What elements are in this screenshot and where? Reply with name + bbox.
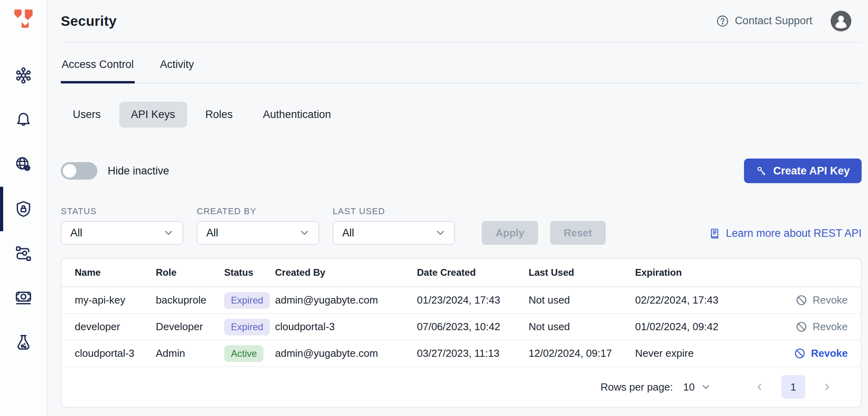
col-expiration: Expiration [635,267,763,278]
status-badge: Active [224,345,264,362]
topbar: Security Contact Support [61,0,862,43]
cell-last-used: 12/02/2024, 09:17 [529,347,635,360]
learn-more-link[interactable]: Learn more about REST API [709,227,862,245]
revoke-label: Revoke [813,294,848,306]
reset-button[interactable]: Reset [550,221,606,245]
globe-gear-icon [14,155,33,174]
cell-name: my-api-key [75,294,156,306]
create-api-key-label: Create API Key [773,165,850,177]
chevron-down-icon [298,227,310,239]
sidebar-item-network-settings[interactable] [0,142,47,187]
flask-icon [14,333,33,352]
contact-support-label: Contact Support [735,15,812,27]
sidebar-item-labs[interactable] [0,320,47,365]
chevron-right-icon [822,382,832,392]
subtab-roles[interactable]: Roles [194,102,245,128]
hide-inactive-toggle[interactable] [61,162,97,180]
cell-status: Expired [224,292,270,309]
user-avatar[interactable] [831,11,851,31]
sidebar-item-billing[interactable] [0,276,47,320]
cell-created-by: admin@yugabyte.com [275,294,417,306]
revoke-button[interactable]: Revoke [763,321,848,333]
clusters-icon [14,66,33,85]
cell-expiration: Never expire [635,347,763,360]
topbar-right: Contact Support [716,11,862,31]
cell-expiration: 02/22/2024, 17:43 [635,294,763,306]
col-last-used: Last Used [529,267,635,278]
status-filter-value: All [70,227,82,239]
col-status: Status [224,267,275,278]
help-circle-icon [716,14,729,28]
apply-button[interactable]: Apply [482,221,538,245]
rows-per-page-value: 10 [683,381,695,393]
cell-created-by: admin@yugabyte.com [275,347,417,360]
next-page-button[interactable] [822,382,832,392]
subtab-bar: Users API Keys Roles Authentication [61,102,862,128]
created-by-filter-value: All [206,227,218,239]
status-filter-label: STATUS [61,206,183,217]
chevron-down-icon [163,227,174,239]
contact-support-link[interactable]: Contact Support [716,14,812,28]
rows-per-page-label: Rows per page: [601,381,673,393]
revoke-label: Revoke [811,347,848,360]
main-content: Security Contact Support Acce [48,0,868,416]
col-name: Name [75,267,156,278]
pagination: Rows per page: 10 1 [62,367,861,407]
current-page-button[interactable]: 1 [781,375,805,399]
cell-status: Expired [224,319,270,335]
api-keys-table-card: Name Role Status Created By Date Created… [61,258,862,408]
filter-created-by: CREATED BY All [197,206,319,245]
sidebar-nav [0,53,47,365]
subtab-users[interactable]: Users [61,102,113,128]
filters-row: STATUS All CREATED BY All LAST USED All [61,206,862,245]
cell-last-used: Not used [529,294,635,306]
sidebar [0,0,48,416]
table-row: my-api-key backuprole Expired admin@yuga… [62,287,861,314]
tab-bar: Access Control Activity [61,58,862,83]
filter-last-used: LAST USED All [333,206,455,245]
yugabyte-logo-icon[interactable] [12,7,35,30]
col-created-by: Created By [275,267,417,278]
revoke-button[interactable]: Revoke [763,347,848,360]
sidebar-item-alerts[interactable] [0,98,47,142]
subtab-api-keys[interactable]: API Keys [119,102,187,128]
revoke-ban-icon [795,321,808,333]
last-used-filter-select[interactable]: All [333,221,455,245]
filter-status: STATUS All [61,206,183,245]
table-header-row: Name Role Status Created By Date Created… [62,259,861,287]
cell-date-created: 01/23/2024, 17:43 [417,294,529,306]
cell-created-by: cloudportal-3 [275,321,417,333]
tab-access-control[interactable]: Access Control [61,58,135,83]
chevron-down-icon [700,381,711,393]
rows-per-page-select[interactable]: 10 [683,381,711,393]
cell-role: Developer [156,321,224,333]
create-api-key-button[interactable]: Create API Key [744,159,862,183]
revoke-ban-icon [794,347,806,360]
table-row: cloudportal-3 Admin Active admin@yugabyt… [62,341,861,367]
tab-activity[interactable]: Activity [159,58,195,83]
hide-inactive-label: Hide inactive [108,165,169,177]
status-filter-select[interactable]: All [61,221,183,245]
last-used-filter-label: LAST USED [333,206,455,217]
billing-icon [14,289,33,307]
cell-role: backuprole [156,294,224,306]
cell-date-created: 03/27/2023, 11:13 [417,347,529,360]
cell-role: Admin [156,347,224,360]
sidebar-item-integrations[interactable] [0,231,47,276]
bell-icon [14,111,33,129]
prev-page-button[interactable] [754,382,765,392]
sidebar-item-security[interactable] [0,187,47,231]
toolbar-row: Hide inactive Create API Key [61,159,862,183]
table-row: developer Developer Expired cloudportal-… [62,314,861,341]
subtab-authentication[interactable]: Authentication [251,102,343,128]
integrations-icon [14,244,33,263]
created-by-filter-select[interactable]: All [197,221,319,245]
col-date-created: Date Created [417,267,529,278]
revoke-label: Revoke [813,321,848,333]
doc-icon [709,228,721,240]
revoke-ban-icon [795,294,808,306]
revoke-button[interactable]: Revoke [763,294,848,306]
cell-last-used: Not used [529,321,635,333]
page-nav: 1 [754,375,832,399]
sidebar-item-clusters[interactable] [0,53,47,98]
